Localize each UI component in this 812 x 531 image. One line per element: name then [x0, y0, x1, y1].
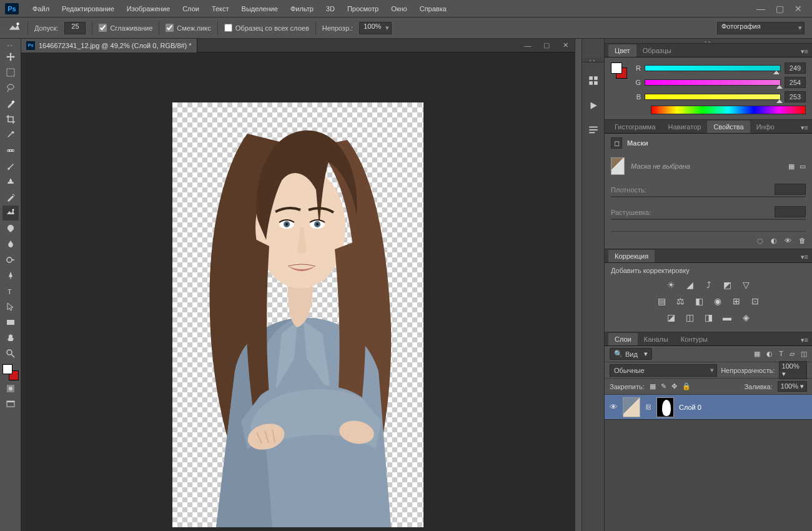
- menu-window[interactable]: Окно: [385, 5, 413, 12]
- brush-tool[interactable]: [2, 159, 19, 174]
- b-slider[interactable]: [645, 94, 781, 100]
- mask-from-selection-icon[interactable]: ◌: [757, 237, 763, 245]
- zoom-tool[interactable]: [2, 346, 19, 361]
- bw-icon[interactable]: ◧: [693, 295, 705, 307]
- filter-type-icon[interactable]: T: [779, 350, 783, 358]
- layer-row[interactable]: 👁 ⛓ Слой 0: [605, 395, 812, 420]
- vibrance-icon[interactable]: ▽: [740, 279, 751, 290]
- panel-menu-icon[interactable]: ▾≡: [797, 252, 812, 262]
- workspace-select[interactable]: Фотография: [717, 22, 805, 34]
- brightness-icon[interactable]: ☀: [665, 279, 676, 290]
- screen-mode-tool[interactable]: [2, 397, 19, 412]
- lock-transparency-icon[interactable]: ▦: [650, 382, 656, 390]
- lasso-tool[interactable]: [2, 81, 19, 96]
- levels-icon[interactable]: ◢: [684, 279, 695, 290]
- density-value[interactable]: [775, 184, 806, 195]
- hand-tool[interactable]: [2, 330, 19, 345]
- r-value[interactable]: 249: [785, 62, 806, 74]
- antialias-checkbox[interactable]: Сглаживание: [99, 24, 152, 32]
- posterize-icon[interactable]: ◫: [684, 312, 695, 323]
- filter-smart-icon[interactable]: ◫: [801, 350, 807, 358]
- contiguous-checkbox[interactable]: Смеж.пикс: [166, 24, 210, 32]
- curves-icon[interactable]: ⤴: [703, 279, 714, 290]
- opacity-select[interactable]: 100%: [359, 22, 392, 34]
- tab-paths[interactable]: Контуры: [675, 333, 714, 345]
- color-balance-icon[interactable]: ⚖: [675, 295, 686, 307]
- move-tool[interactable]: [2, 49, 19, 64]
- menu-edit[interactable]: Редактирование: [56, 5, 121, 12]
- layer-name[interactable]: Слой 0: [679, 404, 701, 411]
- canvas[interactable]: [172, 102, 423, 527]
- mask-thumbnail[interactable]: [611, 157, 625, 175]
- type-tool[interactable]: T: [2, 284, 19, 299]
- photo-filter-icon[interactable]: ◉: [712, 295, 723, 307]
- mask-mode-icon[interactable]: ◻: [611, 137, 622, 149]
- lock-pixels-icon[interactable]: ✎: [661, 382, 666, 390]
- r-slider[interactable]: [645, 65, 781, 71]
- eraser-tool[interactable]: [2, 206, 19, 221]
- vector-mask-icon[interactable]: ▭: [800, 162, 806, 171]
- menu-filter[interactable]: Фильтр: [284, 5, 320, 12]
- hue-sat-icon[interactable]: ▤: [656, 295, 667, 307]
- active-tool-icon[interactable]: [7, 21, 21, 35]
- filter-pixel-icon[interactable]: ▦: [754, 350, 760, 358]
- history-panel-icon[interactable]: [587, 74, 600, 87]
- b-value[interactable]: 253: [785, 91, 806, 102]
- color-swatch-mini[interactable]: [611, 62, 627, 79]
- menu-view[interactable]: Просмотр: [341, 5, 385, 12]
- doc-maximize-button[interactable]: ▢: [537, 39, 556, 52]
- gradient-map-icon[interactable]: ▬: [721, 312, 733, 323]
- collapse-strip[interactable]: [575, 39, 582, 531]
- blend-mode-select[interactable]: Обычные: [610, 364, 717, 377]
- spectrum-bar[interactable]: [651, 106, 806, 114]
- pixel-mask-icon[interactable]: ▦: [788, 162, 795, 171]
- doc-minimize-button[interactable]: —: [518, 39, 537, 52]
- tab-histogram[interactable]: Гистограмма: [608, 121, 662, 133]
- tab-navigator[interactable]: Навигатор: [662, 121, 708, 133]
- channel-mixer-icon[interactable]: ⊞: [731, 295, 742, 307]
- panel-grip[interactable]: ••: [605, 39, 812, 44]
- feather-slider[interactable]: [611, 219, 806, 220]
- menu-help[interactable]: Справка: [413, 5, 453, 12]
- tab-color[interactable]: Цвет: [608, 44, 636, 57]
- menu-image[interactable]: Изображение: [121, 5, 176, 12]
- window-close-button[interactable]: ✕: [790, 3, 807, 14]
- panel-grip[interactable]: ••: [4, 42, 17, 47]
- pen-tool[interactable]: [2, 268, 19, 283]
- menu-3d[interactable]: 3D: [320, 5, 341, 12]
- disable-mask-icon[interactable]: 👁: [785, 237, 791, 245]
- tab-channels[interactable]: Каналы: [638, 333, 675, 345]
- panel-menu-icon[interactable]: ▾≡: [797, 122, 812, 133]
- eyedropper-tool[interactable]: [2, 127, 19, 142]
- selective-color-icon[interactable]: ◈: [740, 312, 751, 323]
- dodge-tool[interactable]: [2, 252, 19, 267]
- gradient-tool[interactable]: [2, 221, 19, 236]
- filter-adjust-icon[interactable]: ◐: [766, 350, 773, 358]
- lock-position-icon[interactable]: ✥: [671, 382, 677, 390]
- window-minimize-button[interactable]: —: [752, 3, 770, 14]
- menu-layers[interactable]: Слои: [176, 5, 205, 12]
- document-tab[interactable]: Ps 1646672341_12.jpg @ 49,2% (Слой 0, RG…: [21, 39, 197, 52]
- g-value[interactable]: 254: [785, 77, 806, 88]
- invert-icon[interactable]: ◪: [665, 312, 676, 323]
- sample-all-layers-checkbox[interactable]: Образец со всех слоев: [224, 24, 309, 32]
- actions-panel-icon[interactable]: [587, 99, 600, 112]
- lock-all-icon[interactable]: 🔒: [682, 382, 691, 390]
- invert-mask-icon[interactable]: ◐: [771, 237, 777, 245]
- filter-shape-icon[interactable]: ▱: [790, 350, 795, 358]
- layer-mask-thumbnail[interactable]: [656, 397, 674, 417]
- tab-properties[interactable]: Свойства: [707, 121, 750, 133]
- visibility-icon[interactable]: 👁: [610, 402, 618, 412]
- history-brush-tool[interactable]: [2, 190, 19, 205]
- feather-value[interactable]: [775, 206, 806, 217]
- magic-wand-tool[interactable]: [2, 96, 19, 111]
- tab-info[interactable]: Инфо: [750, 121, 781, 133]
- tab-layers[interactable]: Слои: [608, 333, 638, 345]
- panel-menu-icon[interactable]: ▾≡: [797, 335, 812, 345]
- menu-text[interactable]: Текст: [205, 5, 235, 12]
- layer-kind-filter[interactable]: 🔍 Вид ▾: [610, 348, 652, 360]
- color-lookup-icon[interactable]: ⊡: [750, 295, 761, 307]
- g-slider[interactable]: [645, 79, 781, 86]
- tab-adjustments[interactable]: Коррекция: [608, 250, 655, 262]
- color-swatches[interactable]: [2, 364, 19, 380]
